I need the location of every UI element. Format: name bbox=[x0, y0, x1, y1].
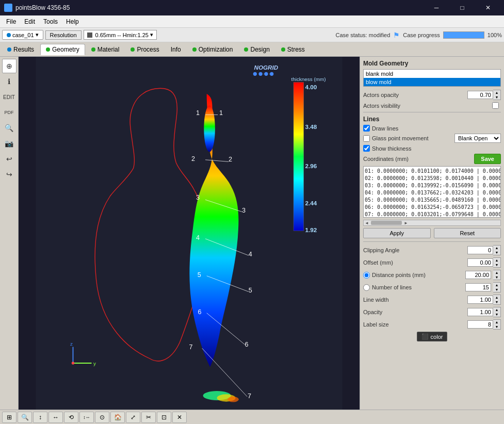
bottom-center[interactable]: ⊙ bbox=[95, 412, 109, 423]
offset-up[interactable]: ▲ bbox=[493, 258, 500, 263]
reset-button[interactable]: Reset bbox=[434, 228, 501, 238]
tool-select[interactable]: ⊕ bbox=[2, 59, 17, 73]
svg-point-5 bbox=[264, 72, 268, 76]
bottom-pan-h[interactable]: ↔ bbox=[48, 412, 63, 423]
color-label: color bbox=[431, 334, 443, 340]
clipping-angle-down[interactable]: ▼ bbox=[493, 250, 500, 255]
tool-edit[interactable]: EDIT bbox=[2, 90, 17, 104]
tab-design[interactable]: Design bbox=[239, 44, 274, 55]
num-lines-up[interactable]: ▲ bbox=[493, 283, 500, 287]
offset-down[interactable]: ▼ bbox=[493, 263, 500, 267]
titlebar-controls: ─ □ ✕ bbox=[425, 0, 500, 15]
tool-info[interactable]: ℹ bbox=[2, 74, 17, 89]
glass-point-checkbox[interactable] bbox=[363, 135, 370, 142]
tab-optimization[interactable]: Optimization bbox=[187, 44, 238, 55]
tab-results[interactable]: Results bbox=[2, 44, 39, 55]
actors-opacity-up[interactable]: ▲ bbox=[493, 90, 500, 95]
bottom-fit[interactable]: ⤢ bbox=[126, 412, 140, 423]
menu-help[interactable]: Help bbox=[62, 17, 83, 26]
coordinates-box[interactable]: 01: 0.0000000; 0.0101100; 0.0174000 | 0.… bbox=[363, 166, 501, 218]
scrollbar-left-arrow[interactable]: ◄ bbox=[364, 220, 370, 226]
close-button[interactable]: ✕ bbox=[476, 0, 500, 15]
clipping-angle-up[interactable]: ▲ bbox=[493, 246, 500, 250]
tab-optimization-label: Optimization bbox=[199, 46, 233, 53]
tab-material[interactable]: Material bbox=[86, 44, 125, 55]
scrollbar-right-arrow[interactable]: ► bbox=[403, 220, 409, 226]
distance-points-down[interactable]: ▼ bbox=[493, 275, 500, 280]
coords-scrollbar[interactable]: ◄ ► bbox=[363, 220, 501, 226]
num-lines-down[interactable]: ▼ bbox=[493, 287, 500, 292]
case-progress-label: Case progress bbox=[403, 32, 440, 38]
distance-points-up[interactable]: ▲ bbox=[493, 270, 500, 275]
bottom-pan-v[interactable]: ↕ bbox=[33, 412, 47, 423]
menu-tools[interactable]: Tools bbox=[39, 17, 62, 26]
minimize-button[interactable]: ─ bbox=[425, 0, 448, 15]
actors-visibility-checkbox[interactable] bbox=[492, 102, 499, 109]
offset-label: Offset (mm) bbox=[363, 259, 467, 266]
num-lines-radio[interactable] bbox=[363, 284, 370, 291]
maximize-button[interactable]: □ bbox=[450, 0, 474, 15]
bottom-zoom-in[interactable]: 🔍 bbox=[18, 412, 32, 423]
label-size-spin-btns: ▲ ▼ bbox=[493, 319, 501, 330]
distance-points-radio[interactable] bbox=[363, 272, 370, 279]
label-size-down[interactable]: ▼ bbox=[493, 324, 500, 329]
tool-camera[interactable]: 📷 bbox=[2, 136, 17, 151]
scrollbar-thumb[interactable] bbox=[371, 221, 402, 225]
svg-rect-7 bbox=[294, 83, 304, 231]
opacity-input[interactable] bbox=[467, 308, 493, 316]
tab-stress[interactable]: Stress bbox=[276, 44, 310, 55]
save-button[interactable]: Save bbox=[474, 154, 501, 164]
bottom-cut[interactable]: ✂ bbox=[141, 412, 156, 423]
tab-stress-dot bbox=[281, 47, 285, 52]
tool-undo[interactable]: ↩ bbox=[2, 152, 17, 166]
sep1 bbox=[363, 112, 501, 112]
apply-button[interactable]: Apply bbox=[363, 228, 431, 238]
resolution-dropdown[interactable]: 0.65mm -- Hmin:1.25 ▾ bbox=[84, 30, 157, 40]
lines-title: Lines bbox=[363, 116, 501, 123]
menu-file[interactable]: File bbox=[2, 17, 20, 26]
tab-process[interactable]: Process bbox=[125, 44, 164, 55]
opacity-down[interactable]: ▼ bbox=[493, 312, 500, 317]
mold-item-blank[interactable]: blank mold bbox=[364, 70, 500, 78]
actors-opacity-down[interactable]: ▼ bbox=[493, 95, 500, 100]
svg-text:3.48: 3.48 bbox=[305, 123, 317, 130]
coordinates-header-row: Coordinates (mm) Save bbox=[363, 154, 501, 164]
menu-edit[interactable]: Edit bbox=[20, 17, 39, 26]
offset-input[interactable] bbox=[467, 258, 493, 267]
status-flag-icon: ⚑ bbox=[393, 31, 400, 39]
label-size-input[interactable] bbox=[467, 320, 493, 329]
distance-points-input[interactable] bbox=[465, 271, 491, 279]
glass-point-dropdown[interactable]: Blank Open Blank Closed Blow bbox=[454, 134, 501, 143]
case-tab[interactable]: case_01 ▾ bbox=[2, 30, 43, 40]
clipping-angle-input[interactable] bbox=[467, 246, 493, 254]
resolution-button[interactable]: Resolution bbox=[45, 30, 82, 40]
num-lines-spinner: ▲ ▼ bbox=[465, 282, 501, 292]
bottom-pan-all[interactable]: ↕↔ bbox=[79, 412, 94, 423]
tab-info[interactable]: Info bbox=[166, 44, 186, 55]
mold-item-blow[interactable]: blow mold bbox=[364, 78, 500, 86]
show-thickness-checkbox[interactable] bbox=[363, 145, 370, 152]
tool-pdf[interactable]: PDF bbox=[2, 105, 17, 120]
tab-geometry-label: Geometry bbox=[52, 46, 79, 53]
draw-lines-label: Draw lines bbox=[372, 125, 501, 132]
draw-lines-checkbox[interactable] bbox=[363, 125, 370, 132]
tool-zoom[interactable]: 🔍 bbox=[2, 121, 17, 135]
color-button[interactable]: ⬛ color bbox=[417, 332, 448, 341]
opacity-up[interactable]: ▲ bbox=[493, 307, 500, 312]
line-width-input[interactable] bbox=[467, 296, 493, 304]
num-lines-input[interactable] bbox=[465, 283, 491, 291]
label-size-up[interactable]: ▲ bbox=[493, 320, 500, 324]
bottom-rotate[interactable]: ⟲ bbox=[64, 412, 78, 423]
bottom-close[interactable]: ✕ bbox=[172, 412, 187, 423]
actors-opacity-spin-btns: ▲ ▼ bbox=[493, 90, 501, 100]
bottom-frame[interactable]: ⊡ bbox=[157, 412, 171, 423]
bottom-reset-view[interactable]: ⊞ bbox=[2, 412, 17, 423]
tool-redo[interactable]: ↪ bbox=[2, 167, 17, 182]
bottom-home[interactable]: 🏠 bbox=[110, 412, 125, 423]
line-width-down[interactable]: ▼ bbox=[493, 300, 500, 304]
line-width-up[interactable]: ▲ bbox=[493, 295, 500, 300]
tab-geometry[interactable]: Geometry bbox=[40, 44, 85, 55]
viewport[interactable]: · · · NOGRID thickness (mm) 4.00 3.48 2.… bbox=[19, 57, 360, 410]
svg-point-14 bbox=[204, 106, 215, 152]
actors-opacity-input[interactable] bbox=[467, 91, 493, 99]
